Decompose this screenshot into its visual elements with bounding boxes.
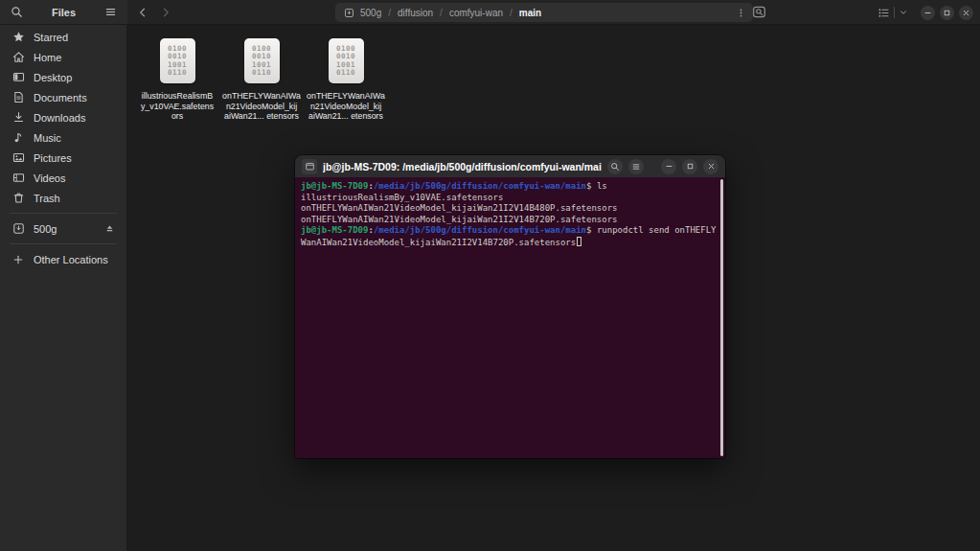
video-icon (11, 172, 25, 184)
sidebar-item-label: Downloads (34, 112, 85, 124)
sidebar: Starred Home Desktop Documents Downloads… (0, 25, 127, 551)
sidebar-item-videos[interactable]: Videos (0, 168, 126, 188)
sidebar-item-documents[interactable]: Documents (0, 87, 126, 107)
eject-icon[interactable] (104, 223, 115, 234)
minimize-button[interactable] (921, 6, 935, 20)
safetensors-file-icon: 0100 0010 1001 0110 (329, 38, 364, 83)
terminal-search-button[interactable] (607, 159, 623, 174)
terminal-close-button[interactable] (703, 159, 718, 174)
sidebar-item-label: Videos (34, 172, 65, 184)
command-text: $ ls (586, 181, 607, 191)
drive-icon (344, 8, 354, 18)
maximize-button[interactable] (940, 6, 954, 20)
sidebar-item-label: Home (34, 52, 61, 63)
star-icon (11, 31, 25, 43)
sidebar-separator (10, 243, 117, 244)
breadcrumb-comfyui-wan[interactable]: comfyui-wan (449, 8, 503, 18)
terminal-output[interactable]: jb@jb-MS-7D09:/media/jb/500g/diffusion/c… (295, 177, 725, 458)
plus-icon (11, 254, 25, 265)
sidebar-separator (10, 213, 117, 214)
terminal-line: onTHEFLYWanAIWan21VideoModel_kijaiWan21I… (301, 215, 719, 226)
breadcrumb-500g[interactable]: 500g (360, 8, 381, 18)
safetensors-file-icon: 0100 0010 1001 0110 (244, 38, 280, 83)
sidebar-item-pictures[interactable]: Pictures (0, 148, 126, 168)
app-title: Files (52, 7, 76, 18)
forward-button[interactable] (160, 7, 171, 18)
terminal-cursor (577, 237, 581, 246)
path-bar[interactable]: 500g / diffusion / comfyui-wan / main (335, 3, 753, 22)
file-item-illustriousrealism[interactable]: 0100 0010 1001 0110 illustriousRealismB … (135, 38, 219, 122)
desktop-icon (11, 71, 25, 83)
sidebar-item-label: Starred (34, 32, 68, 43)
music-note-icon (11, 131, 25, 144)
files-headerbar: Files 500g / diffu (0, 0, 980, 25)
sidebar-item-desktop[interactable]: Desktop (0, 67, 126, 87)
picture-icon (11, 151, 25, 164)
terminal-title: jb@jb-MS-7D09: /media/jb/500g/diffusion/… (323, 161, 602, 172)
terminal-line: onTHEFLYWanAIWan21VideoModel_kijaiWan21I… (301, 203, 719, 215)
terminal-scrollbar[interactable] (720, 179, 723, 456)
breadcrumb-separator: / (510, 8, 513, 18)
sidebar-item-home[interactable]: Home (0, 47, 126, 67)
file-grid: 0100 0010 1001 0110 illustriousRealismB … (135, 38, 388, 122)
screen: Files 500g / diffu (0, 0, 980, 551)
file-label: onTHEFLYWanAIWa n21VideoModel_kij aiWan2… (222, 91, 301, 122)
sidebar-item-label: Documents (34, 92, 87, 103)
terminal-line: jb@jb-MS-7D09:/media/jb/500g/diffusion/c… (301, 181, 719, 193)
trash-icon (11, 192, 25, 204)
command-text: $ runpodctl send onTHEFLY (586, 225, 716, 235)
sidebar-item-500g-drive[interactable]: 500g (0, 218, 126, 239)
sidebar-item-other-locations[interactable]: Other Locations (0, 249, 126, 269)
close-button[interactable] (959, 6, 973, 20)
binary-glyph: 0100 0010 1001 0110 (168, 45, 187, 78)
safetensors-file-icon: 0100 0010 1001 0110 (160, 38, 195, 83)
removable-drive-icon (11, 222, 25, 235)
terminal-window: jb@jb-MS-7D09: /media/jb/500g/diffusion/… (295, 155, 725, 458)
search-icon[interactable] (11, 6, 23, 18)
file-item-wan21-480p[interactable]: 0100 0010 1001 0110 onTHEFLYWanAIWa n21V… (219, 38, 304, 122)
home-icon (11, 51, 25, 63)
sidebar-item-label: Trash (34, 193, 60, 204)
terminal-titlebar[interactable]: jb@jb-MS-7D09: /media/jb/500g/diffusion/… (295, 155, 725, 177)
list-view-icon (877, 7, 890, 19)
terminal-maximize-button[interactable] (682, 159, 697, 174)
prompt-path: /media/jb/500g/diffusion/comfyui-wan/mai… (374, 181, 586, 191)
terminal-line: WanAIWan21VideoModel_kijaiWan21I2V14B720… (301, 237, 719, 249)
sidebar-item-label: Music (34, 132, 61, 144)
prompt-user: jb@jb-MS-7D09 (301, 225, 368, 235)
sidebar-item-starred[interactable]: Starred (0, 27, 126, 47)
chevron-down-icon (899, 8, 908, 17)
terminal-minimize-button[interactable] (661, 159, 676, 174)
sidebar-item-downloads[interactable]: Downloads (0, 107, 126, 127)
file-item-wan21-720p[interactable]: 0100 0010 1001 0110 onTHEFLYWanAIWa n21V… (304, 38, 388, 122)
view-toggle-button[interactable] (877, 7, 908, 19)
command-wrap-text: WanAIWan21VideoModel_kijaiWan21I2V14B720… (301, 238, 576, 247)
breadcrumb-separator: / (440, 8, 443, 18)
terminal-line: illustriousRealismBy_v10VAE.safetensors (301, 193, 719, 204)
folder-search-icon[interactable] (752, 5, 766, 19)
file-label: illustriousRealismB y_v10VAE.safetens or… (141, 91, 214, 122)
main-headerbar: 500g / diffusion / comfyui-wan / main (127, 0, 980, 25)
back-button[interactable] (137, 7, 148, 18)
sidebar-item-music[interactable]: Music (0, 127, 126, 148)
binary-glyph: 0100 0010 1001 0110 (252, 45, 271, 78)
sidebar-item-label: 500g (34, 223, 57, 235)
sidebar-header: Files (0, 0, 127, 25)
file-label: onTHEFLYWanAIWa n21VideoModel_kij aiWan2… (307, 91, 385, 122)
sidebar-item-trash[interactable]: Trash (0, 188, 126, 208)
binary-glyph: 0100 0010 1001 0110 (336, 45, 355, 78)
prompt-path: /media/jb/500g/diffusion/comfyui-wan/mai… (374, 225, 586, 235)
sidebar-item-label: Other Locations (34, 254, 108, 265)
sidebar-item-label: Desktop (34, 72, 72, 83)
hamburger-menu-icon[interactable] (104, 6, 117, 18)
kebab-menu-icon[interactable] (736, 8, 746, 18)
breadcrumb-diffusion[interactable]: diffusion (398, 8, 433, 18)
sidebar-item-label: Pictures (34, 152, 72, 164)
document-icon (11, 91, 25, 103)
breadcrumb-separator: / (388, 8, 391, 18)
prompt-user: jb@jb-MS-7D09 (301, 181, 368, 191)
breadcrumb-main[interactable]: main (519, 8, 541, 18)
terminal-menu-button[interactable] (628, 159, 644, 174)
new-tab-button[interactable] (302, 159, 317, 174)
download-icon (11, 111, 25, 124)
